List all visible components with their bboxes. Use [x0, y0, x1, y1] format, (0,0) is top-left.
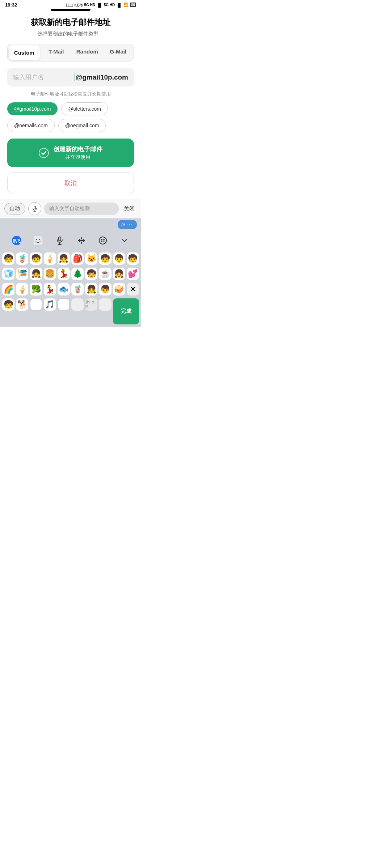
svg-point-14: [99, 237, 106, 244]
email-input-row[interactable]: 输入用户名 @gmail10p.com: [7, 68, 134, 86]
network-speed: 11.1 KB/s: [66, 3, 83, 7]
sticker-1-5[interactable]: 👧: [58, 252, 70, 265]
svg-rect-5: [33, 236, 43, 245]
sticker-3-4[interactable]: 💃: [44, 283, 56, 295]
hint-text: 电子邮件地址可以轻松恢复并长期使用: [7, 91, 134, 97]
domain-chip-0[interactable]: @gmail10p.com: [7, 102, 58, 115]
svg-rect-0: [34, 206, 36, 209]
sticker-grid-row1: 🧒 🧋 🧒 🍦 👧 🎒 🐱 🧒 👦 🧒: [0, 251, 141, 266]
sticker-grid-row2: 🧊 🎏 👧 🍔 💃 🌲 🧒 ☕ 👧 💕: [0, 266, 141, 281]
tab-random[interactable]: Random: [72, 44, 103, 61]
battery-indicator: 80: [130, 3, 136, 7]
tab-custom[interactable]: Custom: [9, 45, 40, 60]
xunfei-input-button[interactable]: 讯飞: [9, 233, 24, 248]
keyboard-close-button[interactable]: 关闭: [122, 204, 137, 214]
sticker-3-8[interactable]: 👦: [99, 283, 111, 295]
sticker-4-5[interactable]: [58, 298, 70, 311]
sticker-3-10[interactable]: ✕: [127, 283, 139, 295]
sticker-2-8[interactable]: ☕: [99, 268, 111, 280]
sticker-4-4[interactable]: 🎵: [44, 298, 56, 311]
sticker-1-3[interactable]: 🧒: [30, 252, 42, 265]
sticker-3-9[interactable]: 🥪: [113, 283, 125, 295]
sticker-1-8[interactable]: 🧒: [99, 252, 111, 265]
tab-tmail[interactable]: T-Mail: [41, 44, 72, 61]
sticker-1-4[interactable]: 🍦: [44, 252, 56, 265]
sticker-1-7[interactable]: 🐱: [85, 252, 97, 265]
sticker-1-10[interactable]: 🧒: [127, 252, 139, 265]
sticker-4-8[interactable]: [99, 298, 111, 311]
main-content: 获取新的电子邮件地址 选择要创建的电子邮件类型。 Custom T-Mail R…: [0, 11, 141, 194]
smiley-button[interactable]: [95, 233, 110, 248]
sticker-1-2[interactable]: 🧋: [16, 252, 28, 265]
tab-selector: Custom T-Mail Random G-Mail: [7, 44, 134, 61]
sticker-2-5[interactable]: 💃: [58, 268, 70, 280]
sticker-2-7[interactable]: 🧒: [85, 268, 97, 280]
sticker-4-6[interactable]: [71, 298, 84, 311]
sticker-2-4[interactable]: 🍔: [44, 268, 56, 280]
sticker-2-3[interactable]: 👧: [30, 268, 42, 280]
collapse-keyboard-button[interactable]: [117, 233, 132, 248]
sticker-2-9[interactable]: 👧: [113, 268, 125, 280]
emoji-keyboard-button[interactable]: [30, 233, 46, 248]
keyboard-toolbar: 讯飞: [0, 230, 141, 251]
signal-5g-hd-1: 5G HD: [84, 3, 96, 7]
sticker-3-5[interactable]: 🐟: [58, 283, 70, 295]
sticker-2-6[interactable]: 🌲: [71, 268, 84, 280]
wifi-icon: 📶: [123, 3, 129, 7]
sticker-2-1[interactable]: 🧊: [2, 268, 14, 280]
microphone-button[interactable]: [52, 233, 67, 248]
create-line2: 并立即使用: [53, 154, 102, 161]
svg-point-16: [104, 239, 104, 240]
hi-dots: ···: [126, 221, 133, 228]
signal-bars-1: ▐▌: [97, 3, 102, 7]
cancel-button[interactable]: 取消: [7, 172, 134, 194]
status-bar: 19:32 11.1 KB/s 5G HD ▐▌ 5G HD ▐▌ 📶 80: [0, 0, 141, 9]
page-subtitle: 选择要创建的电子邮件类型。: [7, 31, 134, 37]
domain-chip-2[interactable]: @oemails.com: [7, 119, 55, 132]
detect-text-input[interactable]: 输入文字自动检测: [44, 203, 119, 215]
sticker-1-1[interactable]: 🧒: [2, 252, 14, 265]
status-time: 19:32: [5, 2, 17, 8]
input-detection-bar: 自动 输入文字自动检测 关闭: [0, 199, 141, 218]
svg-text:讯飞: 讯飞: [13, 239, 21, 243]
tab-gmail[interactable]: G-Mail: [103, 44, 134, 61]
svg-point-15: [101, 239, 102, 240]
sticker-2-10[interactable]: 💕: [127, 268, 139, 280]
svg-point-6: [36, 239, 37, 240]
create-line1: 创建新的电子邮件: [53, 145, 102, 153]
sticker-4-2[interactable]: 🐕: [16, 298, 28, 311]
sticker-4-1[interactable]: 🧒: [2, 298, 14, 311]
create-button[interactable]: 创建新的电子邮件 并立即使用: [7, 139, 134, 167]
page-title: 获取新的电子邮件地址: [7, 17, 134, 28]
sticker-4-3[interactable]: [30, 298, 42, 311]
sticker-3-3[interactable]: 🥦: [30, 283, 42, 295]
sticker-grid-row3: 🌈 🍦 🥦 💃 🐟 🧋 👧 👦 🥪 ✕: [0, 281, 141, 297]
text-cursor: [75, 73, 75, 81]
domain-chip-1[interactable]: @oletters.com: [61, 102, 108, 115]
sticker-3-2[interactable]: 🍦: [16, 283, 28, 295]
sticker-3-7[interactable]: 👧: [85, 283, 97, 295]
lang-switch-button[interactable]: 是中文吗: [85, 298, 97, 311]
sticker-3-6[interactable]: 🧋: [71, 283, 84, 295]
cursor-move-button[interactable]: [74, 233, 89, 248]
hi-suggestion-bubble: hi ···: [0, 218, 141, 230]
signal-bars-2: ▐▌: [116, 3, 122, 7]
auto-button[interactable]: 自动: [4, 203, 25, 214]
done-button[interactable]: 完成: [113, 298, 139, 324]
svg-point-7: [39, 239, 40, 240]
sticker-1-9[interactable]: 👦: [113, 252, 125, 265]
sticker-3-1[interactable]: 🌈: [2, 283, 14, 295]
svg-rect-8: [59, 237, 61, 241]
check-circle-icon: [39, 148, 49, 158]
keyboard-last-row: 🧒 🐕 🎵 是中文吗 完成: [0, 297, 141, 327]
keyboard-area: 自动 输入文字自动检测 关闭 hi ··· 讯飞: [0, 199, 141, 327]
sticker-2-2[interactable]: 🎏: [16, 268, 28, 280]
signal-5g-hd-2: 5G HD: [104, 3, 115, 7]
username-placeholder[interactable]: 输入用户名: [13, 73, 74, 81]
domain-chip-3[interactable]: @oegmail.com: [58, 119, 106, 132]
mic-round-button[interactable]: [28, 202, 41, 215]
hi-text: hi: [121, 222, 125, 227]
email-domain: @gmail10p.com: [76, 73, 128, 81]
sticker-1-6[interactable]: 🎒: [71, 252, 84, 265]
domain-chips: @gmail10p.com @oletters.com @oemails.com…: [7, 102, 134, 132]
